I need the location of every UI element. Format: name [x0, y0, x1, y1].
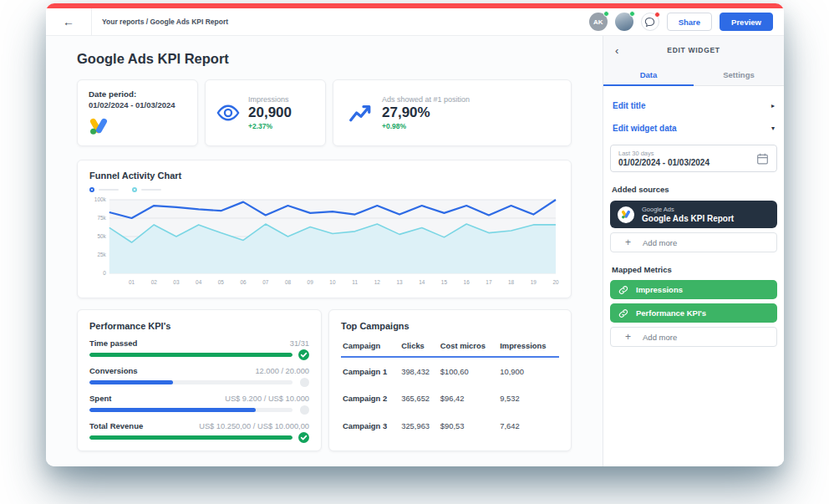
- top-bar: ← Your reports / Google Ads KPI Report A…: [46, 8, 784, 36]
- svg-text:14: 14: [419, 279, 425, 285]
- svg-text:13: 13: [396, 279, 403, 285]
- legend-series-2[interactable]: [132, 187, 161, 192]
- kpi-label: Spent: [89, 394, 111, 403]
- cell-clicks: 365,652: [399, 384, 439, 412]
- back-button[interactable]: ←: [46, 8, 92, 35]
- page-title: Google Ads KPI Report: [77, 51, 572, 67]
- panel-title: EDIT WIDGET: [667, 46, 720, 54]
- progress-fill: [89, 353, 292, 357]
- position-label: Ads showed at #1 position: [382, 95, 470, 104]
- avatar-initials-label: AK: [593, 18, 603, 26]
- kpi-value: 31/31: [290, 339, 309, 348]
- svg-text:0: 0: [103, 270, 106, 276]
- link-icon: [618, 308, 628, 318]
- position-value: 27,90%: [382, 104, 470, 121]
- date-period-label: Date period:: [89, 89, 186, 99]
- cell-campaign: Campaign 1: [341, 357, 399, 384]
- mapped-metrics-label: Mapped Metrics: [610, 265, 777, 274]
- impressions-label: Impressions: [248, 95, 292, 104]
- legend-line: [99, 189, 119, 191]
- avatar-initials[interactable]: AK: [589, 13, 608, 31]
- cell-clicks: 398,432: [399, 357, 439, 384]
- kpi-row-spent: Spent US$ 9.200 / US$ 10.000: [89, 394, 309, 415]
- presence-dot: [629, 11, 635, 17]
- chat-button[interactable]: [641, 13, 659, 31]
- source-meta: Google Ads Google Ads KPI Report: [642, 206, 734, 223]
- cell-cost: $96,42: [439, 384, 498, 412]
- edit-title-row[interactable]: Edit title ▸: [610, 94, 777, 117]
- impressions-delta: +2.37%: [248, 122, 292, 130]
- status-pending-icon: [298, 378, 309, 387]
- funnel-chart-title: Funnel Activity Chart: [89, 171, 559, 181]
- kpi-value: US$ 9.200 / US$ 10.000: [225, 395, 309, 403]
- performance-kpi-widget[interactable]: Performance KPI's Time passed 31/31: [77, 309, 322, 451]
- table-header-row: Campaign Clicks Cost micros Impressions: [341, 336, 559, 357]
- funnel-activity-widget[interactable]: Funnel Activity Chart 025k50k75k100k0102…: [77, 160, 572, 298]
- notification-dot: [654, 12, 660, 18]
- metric-label: Impressions: [636, 285, 683, 294]
- kpi-row-time-passed: Time passed 31/31: [89, 339, 309, 360]
- add-source-button[interactable]: + Add more: [610, 232, 777, 252]
- add-metric-button[interactable]: + Add more: [610, 327, 777, 347]
- avatar-photo[interactable]: [615, 13, 633, 31]
- calendar-icon[interactable]: [756, 152, 769, 165]
- status-pending-icon: [298, 405, 309, 415]
- tab-data[interactable]: Data: [603, 64, 694, 85]
- impressions-meta: Impressions 20,900 +2.37%: [248, 95, 292, 130]
- edit-widget-data-row[interactable]: Edit widget data ▾: [610, 117, 777, 140]
- campaigns-table: Campaign Clicks Cost micros Impressions …: [341, 336, 559, 440]
- svg-text:11: 11: [352, 279, 358, 285]
- add-more-label: Add more: [643, 333, 677, 342]
- svg-text:05: 05: [218, 279, 225, 285]
- impressions-widget[interactable]: Impressions 20,900 +2.37%: [205, 79, 326, 146]
- svg-text:18: 18: [508, 279, 515, 285]
- svg-text:15: 15: [441, 279, 448, 285]
- position-widget[interactable]: Ads showed at #1 position 27,90% +0.98%: [333, 79, 572, 146]
- bottom-row: Performance KPI's Time passed 31/31: [77, 309, 572, 451]
- svg-text:20: 20: [552, 279, 559, 285]
- kpi-value: US$ 10.250,00 / US$ 10.000,00: [199, 422, 309, 430]
- report-canvas: Google Ads KPI Report Date period: 01/02…: [46, 36, 603, 466]
- svg-text:02: 02: [151, 279, 158, 285]
- metric-label: Performance KPI's: [636, 308, 706, 318]
- link-icon: [618, 285, 628, 295]
- date-range-value: 01/02/2024 - 01/03/2024: [618, 158, 769, 167]
- metric-performance-kpis[interactable]: Performance KPI's: [610, 303, 777, 323]
- date-range-field[interactable]: Last 30 days 01/02/2024 - 01/03/2024: [610, 145, 777, 172]
- share-button[interactable]: Share: [667, 13, 712, 31]
- svg-text:08: 08: [285, 279, 292, 285]
- kpi-row: Date period: 01/02/2024 - 01/03/2024 Im: [77, 79, 572, 146]
- svg-text:25k: 25k: [97, 252, 106, 257]
- progress-fill: [89, 380, 173, 384]
- metric-impressions[interactable]: Impressions: [610, 280, 777, 299]
- legend-series-1[interactable]: [89, 187, 119, 192]
- svg-text:100k: 100k: [94, 196, 107, 202]
- cell-cost: $100,60: [439, 357, 498, 384]
- panel-back-button[interactable]: ‹: [615, 44, 618, 55]
- date-period-widget[interactable]: Date period: 01/02/2024 - 01/03/2024: [77, 79, 198, 146]
- breadcrumb[interactable]: Your reports / Google Ads KPI Report: [102, 18, 228, 26]
- source-google-ads[interactable]: Google Ads Google Ads KPI Report: [610, 201, 777, 228]
- topbar-actions: AK Share Preview: [589, 13, 784, 31]
- kpi-value: 12.000 / 20.000: [255, 367, 309, 375]
- presence-dot: [603, 11, 609, 17]
- panel-tabs: Data Settings: [603, 64, 784, 86]
- svg-text:03: 03: [173, 279, 180, 285]
- top-campaigns-widget[interactable]: Top Campaigns Campaign Clicks Cost micro…: [328, 309, 572, 451]
- column-header: Cost micros: [439, 336, 498, 357]
- svg-text:07: 07: [262, 279, 269, 285]
- svg-text:09: 09: [308, 279, 314, 285]
- preview-button[interactable]: Preview: [720, 13, 773, 31]
- back-arrow-icon: ←: [63, 16, 74, 28]
- chart-legend: [89, 187, 559, 192]
- source-app-label: Google Ads: [642, 206, 734, 213]
- performance-title: Performance KPI's: [89, 321, 309, 331]
- position-delta: +0.98%: [382, 122, 470, 130]
- edit-title-link: Edit title: [613, 101, 645, 110]
- add-more-label: Add more: [643, 238, 677, 247]
- status-check-icon: [298, 349, 309, 360]
- table-row: Campaign 3 325,963 $90,53 7,642: [341, 412, 559, 440]
- progress-track: [89, 380, 292, 384]
- svg-text:12: 12: [374, 279, 381, 285]
- tab-settings[interactable]: Settings: [694, 64, 784, 85]
